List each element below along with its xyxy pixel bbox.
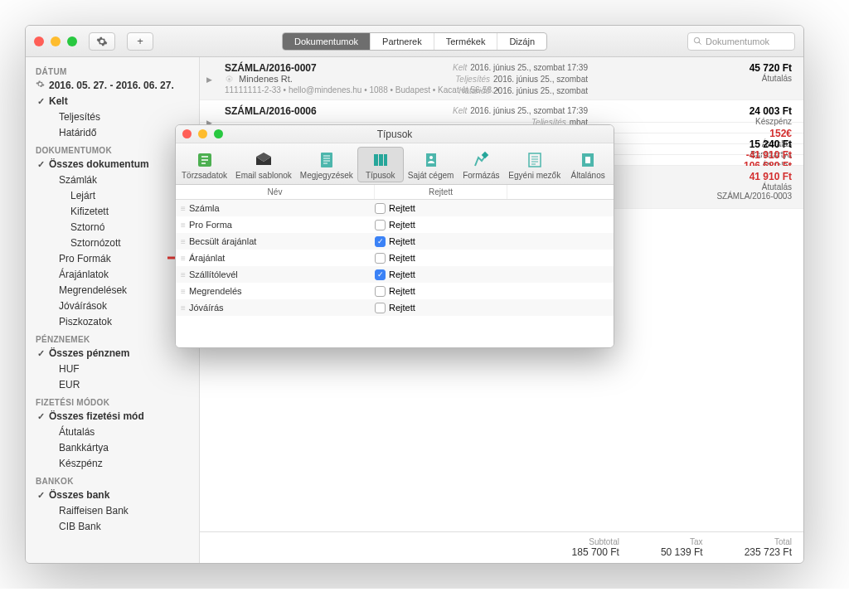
sidebar-item[interactable]: Készpénz	[26, 456, 199, 472]
main-tab-partnerek[interactable]: Partnerek	[371, 33, 434, 50]
sidebar-item[interactable]: Sztornózott	[26, 235, 199, 251]
svg-rect-9	[379, 154, 383, 166]
sidebar-item-label: Jóváírások	[59, 300, 107, 312]
tool-icon	[182, 150, 227, 170]
search-input[interactable]: Dokumentumok	[687, 32, 795, 51]
sidebar-item[interactable]: Teljesítés	[26, 109, 199, 125]
hidden-checkbox[interactable]	[375, 220, 386, 230]
sheet-tool-4[interactable]: Saját cégem	[404, 147, 458, 182]
sheet-tool-3[interactable]: Típusok	[357, 147, 404, 182]
sidebar-item-label: Árajánlatok	[59, 269, 109, 280]
tool-icon	[300, 150, 353, 170]
sheet-tool-6[interactable]: Egyéni mezők	[504, 147, 565, 182]
total-value: 235 723 Ft	[745, 546, 792, 558]
sidebar-item-label: Sztornó	[70, 221, 104, 233]
sidebar-item[interactable]: Lejárt	[26, 188, 199, 204]
doc-method: Átutalás	[750, 74, 792, 83]
type-row[interactable]: ≡ Becsült árajánlat ✓ Rejtett	[176, 233, 614, 250]
sidebar-item[interactable]: HUF	[26, 361, 199, 377]
zoom-button[interactable]	[67, 36, 77, 46]
type-row[interactable]: ≡ Szállítólevél ✓ Rejtett	[176, 266, 614, 283]
drag-handle-icon[interactable]: ≡	[181, 237, 189, 246]
svg-rect-10	[384, 154, 387, 166]
document-row[interactable]: ▶SZÁMLA/2016-0007Mindenes Rt.11111111-2-…	[200, 57, 803, 100]
sidebar-item-label: Kelt	[49, 95, 68, 107]
sidebar-item[interactable]: Határidő	[26, 125, 199, 141]
document-row[interactable]: ▶SZÁMLA/2016-0006Kelt2016. június 25., s…	[200, 100, 803, 123]
type-row[interactable]: ≡ Árajánlat Rejtett	[176, 250, 614, 266]
doc-ref: SZÁMLA/2016-0003	[716, 192, 792, 201]
drag-handle-icon[interactable]: ≡	[181, 221, 189, 230]
type-row[interactable]: ≡ Számla Rejtett	[176, 200, 614, 216]
sheet-tool-2[interactable]: Megjegyzések	[296, 147, 357, 182]
main-tab-termékek[interactable]: Termékek	[434, 33, 498, 50]
sidebar-item[interactable]: Pro Formák	[26, 251, 199, 267]
sidebar-item[interactable]: ✓Összes pénznem	[26, 346, 199, 361]
hidden-label: Rejtett	[389, 269, 415, 279]
sheet-close-button[interactable]	[182, 129, 192, 138]
type-row[interactable]: ≡ Jóváírás Rejtett	[176, 299, 614, 316]
sidebar-item[interactable]: CIB Bank	[26, 519, 199, 535]
gear-icon	[225, 75, 234, 84]
sidebar-item[interactable]: Kifizetett	[26, 204, 199, 220]
hidden-checkbox[interactable]: ✓	[375, 269, 386, 280]
hidden-checkbox[interactable]	[375, 303, 386, 313]
sidebar-item[interactable]: Árajánlatok	[26, 267, 199, 283]
sidebar-item[interactable]: Raiffeisen Bank	[26, 503, 199, 519]
drag-handle-icon[interactable]: ≡	[181, 270, 189, 279]
sheet-tool-7[interactable]: Általános	[565, 147, 611, 182]
disclose-icon[interactable]: ▶	[206, 75, 212, 84]
type-name: Árajánlat	[189, 253, 375, 263]
sidebar-item[interactable]: EUR	[26, 377, 199, 393]
sidebar-item-label: Összes dokumentum	[49, 158, 149, 170]
search-placeholder: Dokumentumok	[706, 36, 769, 46]
sidebar-item[interactable]: Bankkártya	[26, 440, 199, 456]
hidden-label: Rejtett	[389, 253, 415, 263]
sidebar-item[interactable]: Átutalás	[26, 424, 199, 440]
sidebar-item[interactable]: Jóváírások	[26, 298, 199, 314]
sheet-tool-0[interactable]: Törzsadatok	[177, 147, 231, 182]
sidebar: DÁTUM2016. 05. 27. - 2016. 06. 27.✓KeltT…	[26, 57, 200, 563]
sheet-tool-5[interactable]: Formázás	[458, 147, 504, 182]
svg-line-1	[699, 42, 701, 45]
drag-handle-icon[interactable]: ≡	[181, 254, 189, 263]
hidden-checkbox[interactable]	[375, 253, 386, 264]
minimize-button[interactable]	[51, 36, 61, 46]
sidebar-item[interactable]: Megrendelések	[26, 283, 199, 298]
settings-button[interactable]	[89, 32, 115, 51]
drag-handle-icon[interactable]: ≡	[181, 303, 189, 313]
sidebar-item-label: Megrendelések	[59, 284, 127, 296]
sidebar-item[interactable]: Számlák	[26, 172, 199, 188]
sidebar-heading: DÁTUM	[26, 62, 199, 78]
main-window: + DokumentumokPartnerekTermékekDizájn Do…	[25, 25, 804, 564]
sheet-tool-1[interactable]: Email sablonok	[231, 147, 296, 182]
sidebar-item[interactable]: ✓Összes fizetési mód	[26, 409, 199, 424]
drag-handle-icon[interactable]: ≡	[181, 204, 189, 213]
sidebar-item[interactable]: ✓Kelt	[26, 94, 199, 109]
sheet-minimize-button[interactable]	[198, 129, 207, 138]
check-icon: ✓	[37, 95, 45, 108]
close-button[interactable]	[34, 36, 44, 46]
drag-handle-icon[interactable]: ≡	[181, 287, 189, 296]
sidebar-item[interactable]: ✓Összes dokumentum	[26, 157, 199, 172]
sidebar-item[interactable]: Sztornó	[26, 220, 199, 235]
sidebar-item[interactable]: 2016. 05. 27. - 2016. 06. 27.	[26, 78, 199, 94]
hidden-checkbox[interactable]	[375, 286, 386, 297]
doc-amount: 41 910 Ft	[716, 171, 792, 182]
main-tab-dokumentumok[interactable]: Dokumentumok	[283, 33, 371, 50]
main-tab-dizájn[interactable]: Dizájn	[497, 33, 546, 50]
svg-rect-16	[585, 157, 590, 163]
add-button[interactable]: +	[127, 32, 153, 51]
types-sheet: Típusok TörzsadatokEmail sablonokMegjegy…	[175, 124, 614, 348]
type-row[interactable]: ≡ Megrendelés Rejtett	[176, 283, 614, 299]
sheet-column-headers: Név Rejtett	[176, 185, 614, 200]
type-row[interactable]: ≡ Pro Forma Rejtett	[176, 216, 614, 233]
sheet-zoom-button[interactable]	[214, 129, 223, 138]
doc-dates: Kelt2016. június 25., szombat 17:39Telje…	[453, 62, 588, 97]
doc-partner: Mindenes Rt.	[239, 74, 293, 84]
sidebar-item[interactable]: Piszkozatok	[26, 314, 199, 330]
sidebar-item[interactable]: ✓Összes bank	[26, 487, 199, 503]
tool-label: Törzsadatok	[182, 171, 227, 180]
hidden-checkbox[interactable]	[375, 203, 386, 214]
hidden-checkbox[interactable]: ✓	[375, 236, 386, 247]
